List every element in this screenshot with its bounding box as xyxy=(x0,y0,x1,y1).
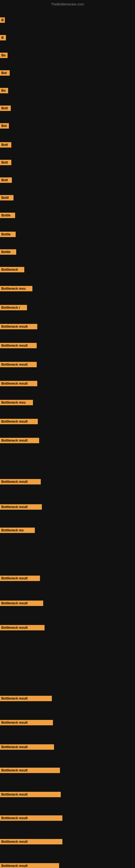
bar-row: Bottleneck result xyxy=(0,437,135,444)
bar-row: Bottleneck r xyxy=(0,304,135,311)
bar-label: Bottle xyxy=(0,249,16,255)
bar-label: Bottleneck result xyxy=(0,600,43,606)
bar-row: Bo xyxy=(0,87,135,94)
bar-label: Bo xyxy=(0,53,8,58)
bar-row: Bottleneck result xyxy=(0,599,135,607)
bar-row: Bottleneck result xyxy=(0,361,135,368)
bar-label: Bottleneck result xyxy=(0,720,53,725)
bar-row: Bottleneck result xyxy=(0,478,135,486)
bar-label: Bottleneck resu xyxy=(0,286,32,291)
bar-row: Bott xyxy=(0,159,135,166)
bar-row: Bottleneck result xyxy=(0,342,135,349)
bar-label: Bottleneck result xyxy=(0,625,45,630)
bar-label: Bottleneck resu xyxy=(0,400,33,405)
bar-row: Bottleneck result xyxy=(0,575,135,582)
bar-row: Bottleneck result xyxy=(0,791,135,798)
bar-row: Bottl xyxy=(0,194,135,202)
bar-label: Bottl xyxy=(0,195,13,200)
bar-label: Bottleneck result xyxy=(0,768,60,773)
bar-row: Bottleneck result xyxy=(0,838,135,845)
bar-label: Bottleneck result xyxy=(0,362,37,367)
bar-label: Bottleneck r xyxy=(0,305,27,310)
bar-label: Bottleneck result xyxy=(0,479,41,485)
bar-row: Bottle xyxy=(0,212,135,219)
bar-label: Bottleneck result xyxy=(0,419,38,424)
bar-label: Bottleneck result xyxy=(0,815,62,821)
bar-row: Bottleneck result xyxy=(0,767,135,774)
bar-label: Bot xyxy=(0,70,10,76)
bar-row: Bo xyxy=(0,52,135,59)
bar-label: Bottleneck xyxy=(0,267,24,272)
bar-row: Bott xyxy=(0,104,135,112)
bar-row: B xyxy=(0,16,135,24)
bar-label: Bottle xyxy=(0,231,16,237)
bar-label: Bottle xyxy=(0,213,15,218)
bar-row: Bottleneck result xyxy=(0,862,135,868)
bar-row: Bottleneck result xyxy=(0,624,135,631)
bar-label: Bottleneck result xyxy=(0,744,54,750)
bar-label: Bott xyxy=(0,160,11,165)
bar-row: Bottleneck res xyxy=(0,527,135,534)
bar-row: Bottle xyxy=(0,230,135,238)
bar-row: Bottleneck resu xyxy=(0,399,135,406)
bar-label: Bott xyxy=(0,142,11,148)
bar-row: B xyxy=(0,34,135,41)
bar-row: Bottleneck xyxy=(0,266,135,273)
bar-label: Bottleneck result xyxy=(0,839,62,844)
bar-row: Bottleneck result xyxy=(0,695,135,702)
site-title: TheBottlenecker.com xyxy=(51,2,84,6)
bar-label: Bottleneck result xyxy=(0,438,39,443)
bar-label: Bottleneck result xyxy=(0,324,37,329)
bar-row: Bottleneck result xyxy=(0,503,135,511)
bar-label: Bottleneck result xyxy=(0,863,59,868)
bar-label: Bottleneck result xyxy=(0,792,61,797)
bar-label: Bottleneck result xyxy=(0,696,52,701)
bar-row: Bot xyxy=(0,69,135,77)
bar-row: Bottleneck result xyxy=(0,814,135,822)
bar-row: Bott xyxy=(0,141,135,149)
bar-row: Bottleneck result xyxy=(0,380,135,388)
bar-label: Bott xyxy=(0,177,12,183)
bar-label: B xyxy=(0,18,5,23)
bar-row: Bottleneck result xyxy=(0,719,135,726)
bar-label: Bottleneck result xyxy=(0,504,42,510)
bar-label: Bottleneck result xyxy=(0,576,40,581)
bar-row: Bott xyxy=(0,176,135,184)
bar-row: Bottleneck result xyxy=(0,323,135,330)
bar-label: Bottleneck result xyxy=(0,381,37,386)
bar-label: Bottleneck res xyxy=(0,528,35,533)
bar-row: Bottleneck result xyxy=(0,418,135,425)
bar-row: Bottleneck resu xyxy=(0,285,135,292)
bar-label: Bott xyxy=(0,105,11,111)
bar-label: B xyxy=(0,35,6,40)
bar-row: Bottle xyxy=(0,248,135,256)
bar-label: Bot xyxy=(0,123,9,129)
bar-label: Bottleneck result xyxy=(0,343,37,348)
bar-row: Bot xyxy=(0,122,135,130)
bar-row: Bottleneck result xyxy=(0,743,135,751)
bar-label: Bo xyxy=(0,88,8,93)
